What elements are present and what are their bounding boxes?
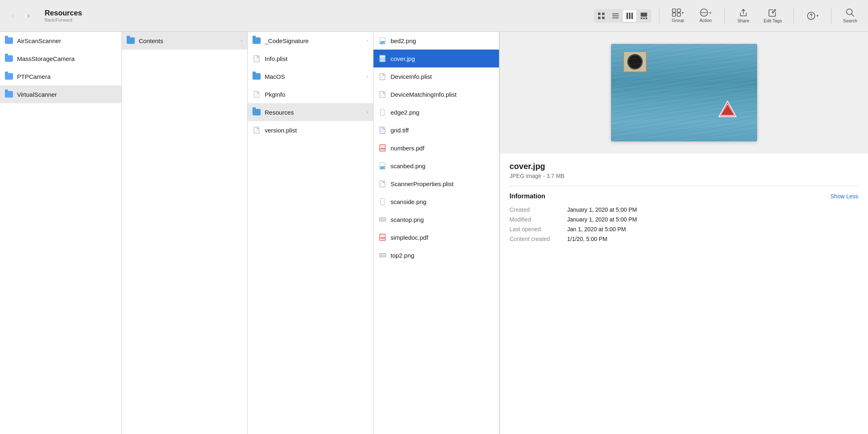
- list-item[interactable]: scanside.png: [374, 193, 499, 210]
- list-item[interactable]: Resources ›: [248, 103, 373, 121]
- file-name: PkgInfo: [265, 91, 368, 98]
- created-value: January 1, 2020 at 5:00 PM: [567, 206, 637, 213]
- list-item[interactable]: PDF simpledoc.pdf: [374, 228, 499, 246]
- column-view-button[interactable]: [623, 10, 637, 22]
- list-item[interactable]: bed2.png: [374, 32, 499, 50]
- back-button[interactable]: ‹: [6, 9, 19, 22]
- window-title: Resources: [45, 9, 82, 17]
- folder-icon: [5, 72, 13, 80]
- file-name: grid.tiff: [391, 127, 494, 134]
- file-name: AirScanScanner: [17, 37, 117, 44]
- icon-view-button[interactable]: [594, 10, 608, 22]
- group-chevron: ▾: [682, 11, 684, 15]
- list-item[interactable]: scanbed.png: [374, 157, 499, 175]
- sign-circle: [627, 54, 643, 69]
- list-item[interactable]: PDF numbers.pdf: [374, 139, 499, 157]
- image-inner: !: [611, 44, 757, 141]
- doc-icon: [253, 90, 261, 98]
- info-row-content-created: Content created 1/1/20, 5:00 PM: [510, 236, 858, 242]
- svg-rect-15: [677, 9, 680, 12]
- share-icon: [739, 8, 748, 17]
- list-item[interactable]: DeviceMatchingInfo.plist: [374, 85, 499, 103]
- svg-rect-7: [626, 13, 628, 19]
- svg-rect-1: [602, 13, 605, 15]
- column-1: AirScanScanner MassStorageCamera PTPCame…: [0, 32, 122, 434]
- edge-icon: [378, 108, 386, 116]
- preview-image-area: !: [500, 32, 868, 154]
- list-item[interactable]: PTPCamera: [0, 67, 121, 85]
- show-less-button[interactable]: Show Less: [831, 193, 858, 200]
- search-button[interactable]: Search: [839, 7, 862, 25]
- list-item[interactable]: scantop.png: [374, 210, 499, 228]
- svg-point-20: [702, 12, 703, 13]
- toolbar: ‹ › Resources Back/Forward: [0, 0, 868, 32]
- file-name: top2.png: [391, 252, 494, 259]
- column-3: _CodeSignature › Info.plist MacOS › PkgI…: [248, 32, 374, 434]
- list-item[interactable]: VirtualScanner: [0, 85, 121, 103]
- last-opened-value: Jan 1, 2020 at 5:00 PM: [567, 226, 626, 232]
- content-created-label: Content created: [510, 236, 562, 242]
- chevron-icon: ›: [241, 38, 242, 43]
- group-button[interactable]: ▾ Group: [667, 7, 689, 24]
- list-item[interactable]: version.plist: [248, 121, 373, 139]
- list-item[interactable]: _CodeSignature ›: [248, 32, 373, 50]
- list-item[interactable]: top2.png: [374, 246, 499, 264]
- list-item[interactable]: ScannerProperties.plist: [374, 175, 499, 193]
- share-label: Share: [737, 18, 749, 23]
- file-name: VirtualScanner: [17, 91, 117, 98]
- file-name: scanbed.png: [391, 163, 494, 169]
- scanside-icon: [378, 197, 386, 206]
- gallery-view-button[interactable]: [637, 10, 651, 22]
- list-item[interactable]: grid.tiff: [374, 121, 499, 139]
- png-icon: [378, 37, 386, 45]
- folder-icon: [5, 90, 13, 98]
- file-name: _CodeSignature: [265, 37, 363, 44]
- modified-label: Modified: [510, 216, 562, 223]
- search-label: Search: [843, 18, 857, 23]
- svg-text:PDF: PDF: [380, 148, 385, 150]
- list-item[interactable]: DeviceInfo.plist: [374, 67, 499, 85]
- toolbar-title-area: Resources Back/Forward: [45, 9, 82, 22]
- list-item[interactable]: edge2.png: [374, 103, 499, 121]
- list-view-button[interactable]: [609, 10, 622, 22]
- chevron-icon: ›: [367, 74, 368, 79]
- share-button[interactable]: Share: [732, 7, 755, 25]
- file-name: simpledoc.pdf: [391, 234, 494, 241]
- preview-filetype: JPEG image - 3.7 MB: [510, 173, 858, 179]
- info-table: Created January 1, 2020 at 5:00 PM Modif…: [510, 206, 858, 242]
- list-item[interactable]: cover.jpg: [374, 50, 499, 67]
- file-name: scanside.png: [391, 198, 494, 205]
- file-name: numbers.pdf: [391, 145, 494, 152]
- group-label: Group: [672, 18, 684, 23]
- svg-rect-11: [641, 17, 642, 19]
- list-item[interactable]: Info.plist: [248, 50, 373, 67]
- plist-icon: [378, 72, 386, 80]
- created-label: Created: [510, 206, 562, 213]
- action-button[interactable]: ▾ Action: [694, 7, 717, 24]
- svg-rect-17: [677, 13, 680, 16]
- forward-button[interactable]: ›: [22, 9, 35, 22]
- svg-rect-2: [598, 17, 600, 19]
- help-icon: ▾: [807, 11, 818, 20]
- file-name: scantop.png: [391, 216, 494, 223]
- preview-image: !: [611, 44, 757, 141]
- file-name: MacOS: [265, 73, 363, 80]
- svg-rect-4: [612, 13, 619, 14]
- action-icon: ▾: [700, 9, 711, 17]
- edit-tags-button[interactable]: Edit Tags: [760, 7, 786, 25]
- svg-text:!: !: [726, 112, 727, 115]
- preview-filename: cover.jpg: [510, 162, 858, 171]
- column-4: bed2.png cover.jpg DeviceInfo.plist Devi…: [374, 32, 499, 434]
- info-row-modified: Modified January 1, 2020 at 5:00 PM: [510, 216, 858, 223]
- group-icon: ▾: [672, 9, 684, 17]
- svg-rect-13: [646, 17, 647, 19]
- list-item[interactable]: Contents ›: [122, 32, 247, 50]
- svg-point-21: [706, 12, 707, 13]
- help-button[interactable]: ▾: [801, 10, 824, 22]
- list-item[interactable]: PkgInfo: [248, 85, 373, 103]
- list-item[interactable]: AirScanScanner: [0, 32, 121, 50]
- list-item[interactable]: MassStorageCamera: [0, 50, 121, 67]
- nav-subtitle: Back/Forward: [45, 17, 72, 22]
- folder-icon: [253, 37, 261, 45]
- list-item[interactable]: MacOS ›: [248, 67, 373, 85]
